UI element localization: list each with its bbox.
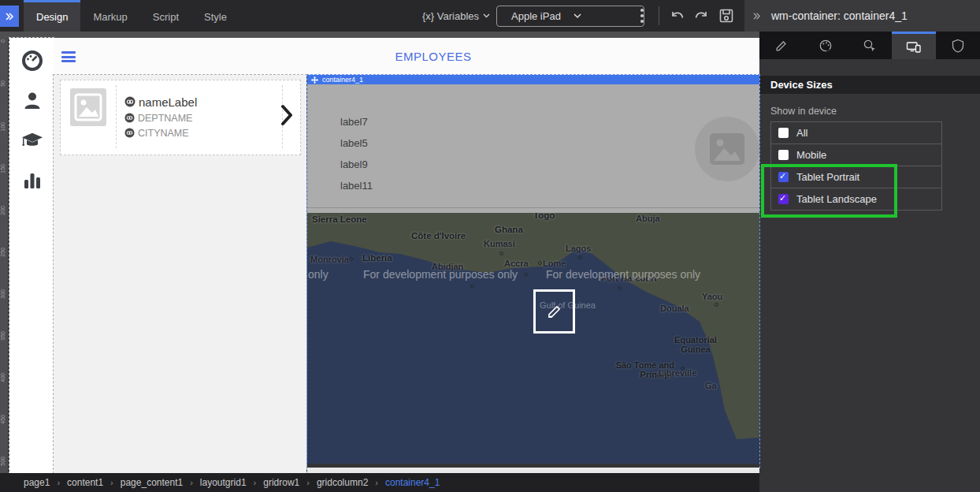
option-tablet-portrait[interactable]: Tablet Portrait bbox=[771, 166, 941, 188]
tab-style[interactable]: Style bbox=[191, 2, 239, 32]
widget-label[interactable]: label9 bbox=[340, 158, 368, 170]
tab-events[interactable] bbox=[848, 32, 892, 59]
graduation-cap-icon[interactable] bbox=[20, 129, 44, 152]
map-label: Accra bbox=[504, 259, 529, 268]
map-watermark: For development purposes only bbox=[546, 268, 700, 281]
bar-chart-icon[interactable] bbox=[20, 169, 44, 192]
checkbox-all[interactable] bbox=[778, 128, 789, 138]
dashboard-gauge-icon[interactable] bbox=[20, 49, 44, 73]
double-chevron-right-icon bbox=[5, 12, 14, 21]
map-watermark: For development purposes only bbox=[363, 268, 518, 281]
option-mobile[interactable]: Mobile bbox=[771, 144, 941, 166]
move-icon[interactable] bbox=[311, 76, 318, 84]
map-label: Togo bbox=[533, 213, 555, 220]
undo-button[interactable] bbox=[666, 5, 688, 27]
save-icon bbox=[718, 8, 734, 24]
container-body[interactable]: label7 label5 label9 label11 bbox=[307, 84, 759, 213]
checkbox-tablet-portrait[interactable] bbox=[778, 172, 789, 182]
tab-markup[interactable]: Markup bbox=[80, 2, 139, 32]
wavemaker-studio: Design Markup Script Style {x} Variables… bbox=[0, 0, 980, 492]
horizontal-ruler bbox=[0, 32, 759, 38]
variables-menu[interactable]: {x} Variables bbox=[422, 0, 490, 32]
binding-link-icon bbox=[124, 113, 135, 123]
chevron-separator-icon: › bbox=[190, 478, 193, 487]
breadcrumb-item[interactable]: page1 bbox=[24, 477, 50, 488]
chevron-right-icon[interactable] bbox=[281, 104, 292, 126]
save-button[interactable] bbox=[715, 5, 737, 27]
checkbox-mobile[interactable] bbox=[778, 150, 789, 160]
map-city-dot bbox=[715, 303, 718, 307]
inspector-title: wm-container: container4_1 bbox=[771, 9, 908, 22]
map-city-dot bbox=[618, 286, 622, 290]
redo-button[interactable] bbox=[690, 5, 712, 27]
map-city-dot bbox=[681, 367, 685, 371]
map-label: Lome bbox=[543, 259, 566, 268]
inspector-panel: Device Sizes Show in device All Mobile T… bbox=[759, 32, 980, 492]
map-city-dot bbox=[524, 273, 528, 277]
map-city-dot bbox=[499, 252, 503, 255]
image-placeholder[interactable] bbox=[70, 88, 106, 126]
map-label: Douala bbox=[660, 304, 689, 313]
binding-link-icon bbox=[124, 96, 135, 107]
map-city-dot bbox=[578, 255, 582, 259]
container4_1-widget[interactable]: container4_1 label7 label5 label9 label1… bbox=[307, 75, 759, 468]
widget-nav-sidebar bbox=[9, 38, 54, 473]
mode-tabs: Design Markup Script Style bbox=[24, 0, 239, 32]
map-label: Lagos bbox=[566, 244, 591, 253]
user-icon[interactable] bbox=[20, 89, 44, 113]
map-watermark: only bbox=[308, 268, 329, 281]
more-options-button[interactable] bbox=[633, 6, 651, 25]
breadcrumb-item[interactable]: page_content1 bbox=[121, 477, 183, 488]
map-label: Abuja bbox=[636, 214, 660, 223]
option-tablet-landscape[interactable]: Tablet Landscape bbox=[771, 188, 941, 210]
shield-icon bbox=[951, 39, 965, 53]
inspect-cursor-icon bbox=[863, 39, 877, 53]
breadcrumb-item[interactable]: layoutgrid1 bbox=[200, 477, 247, 488]
field-name[interactable]: nameLabel bbox=[124, 95, 282, 109]
binding-link-icon bbox=[124, 128, 135, 138]
widget-label[interactable]: label7 bbox=[340, 116, 368, 128]
tab-design[interactable]: Design bbox=[24, 0, 80, 32]
map-edit-button[interactable] bbox=[533, 289, 575, 334]
checkbox-tablet-landscape[interactable] bbox=[778, 194, 789, 204]
map-label: Kumasi bbox=[484, 239, 515, 248]
widget-label[interactable]: label11 bbox=[340, 180, 373, 192]
divider bbox=[307, 207, 759, 208]
redo-icon bbox=[694, 9, 709, 23]
tab-device-sizes[interactable] bbox=[892, 32, 936, 59]
selection-tag-label: container4_1 bbox=[322, 76, 363, 84]
image-placeholder-circle[interactable] bbox=[695, 117, 759, 181]
device-preview-select[interactable]: Apple iPad bbox=[496, 6, 644, 27]
list-item[interactable]: nameLabel DEPTNAME CITYNAME bbox=[60, 80, 301, 155]
grid-column-1[interactable]: nameLabel DEPTNAME CITYNAME bbox=[54, 75, 306, 473]
selection-header[interactable]: container4_1 bbox=[307, 75, 759, 84]
devices-icon bbox=[906, 39, 922, 54]
panel-collapse-button[interactable] bbox=[744, 12, 768, 20]
tab-security[interactable] bbox=[936, 32, 980, 59]
pencil-icon bbox=[546, 303, 563, 320]
breadcrumb-item[interactable]: gridrow1 bbox=[263, 477, 299, 488]
expand-sidebar-button[interactable] bbox=[0, 6, 19, 27]
breadcrumb-item-current[interactable]: container4_1 bbox=[385, 477, 440, 488]
map-label: Yaou bbox=[702, 292, 722, 301]
breadcrumb-item[interactable]: gridcolumn2 bbox=[317, 477, 368, 488]
field-dept[interactable]: DEPTNAME bbox=[124, 113, 282, 124]
toolbar-divider bbox=[659, 6, 659, 25]
map-label: Liberia bbox=[362, 253, 392, 263]
breadcrumb-item[interactable]: content1 bbox=[67, 477, 103, 488]
chevron-separator-icon: › bbox=[375, 478, 378, 487]
field-city[interactable]: CITYNAME bbox=[124, 128, 282, 139]
picture-icon bbox=[709, 132, 745, 166]
map-city-dot bbox=[470, 285, 474, 289]
canvas-bottom-strip bbox=[307, 468, 759, 473]
map-label: Côte d'Ivoire bbox=[411, 231, 466, 240]
list-item-fields: nameLabel DEPTNAME CITYNAME bbox=[116, 85, 283, 148]
chevron-down-icon bbox=[483, 13, 490, 18]
tab-script[interactable]: Script bbox=[140, 2, 191, 32]
palette-icon bbox=[819, 39, 833, 53]
google-map-widget[interactable]: Sierra Leone Côte d'Ivoire Ghana Togo Li… bbox=[307, 213, 759, 464]
inspector-header: wm-container: container4_1 bbox=[744, 0, 980, 32]
widget-label[interactable]: label5 bbox=[340, 137, 368, 149]
chevron-separator-icon: › bbox=[254, 478, 257, 487]
option-all[interactable]: All bbox=[771, 122, 941, 144]
